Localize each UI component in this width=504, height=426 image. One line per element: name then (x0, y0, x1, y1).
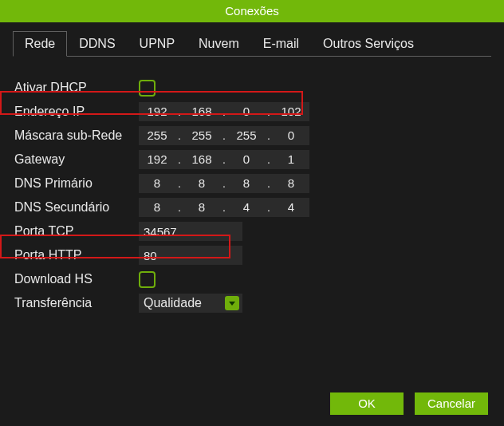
tab-outros[interactable]: Outros Serviços (311, 31, 426, 57)
row-dhcp: Ativar DHCP (13, 76, 491, 100)
tab-nuvem[interactable]: Nuvem (187, 31, 251, 57)
content-area: Rede DDNS UPNP Nuvem E-mail Outros Servi… (0, 22, 504, 315)
tab-label: Outros Serviços (323, 37, 414, 50)
label-ip: Endereço IP (13, 105, 139, 119)
dot: . (175, 129, 183, 142)
ok-button[interactable]: OK (330, 392, 404, 415)
ip-oct2[interactable]: 168 (183, 102, 220, 121)
dot: . (175, 105, 183, 118)
tab-label: UPNP (140, 37, 175, 50)
tab-label: DDNS (79, 37, 115, 50)
row-dlhs: Download HS (13, 267, 491, 291)
mask-oct1[interactable]: 255 (139, 126, 175, 145)
http-port-input[interactable]: 80 (139, 246, 242, 265)
dot: . (220, 177, 228, 190)
gw-oct1[interactable]: 192 (139, 150, 175, 169)
label-tcp: Porta TCP (13, 224, 139, 239)
dns2-oct2[interactable]: 8 (183, 198, 220, 217)
row-tcp: Porta TCP 34567 (13, 219, 491, 243)
tab-ddns[interactable]: DDNS (67, 31, 127, 57)
row-ip: Endereço IP 192. 168. 0. 102 (13, 100, 491, 124)
gw-oct3[interactable]: 0 (228, 150, 265, 169)
cancel-label: Cancelar (427, 396, 475, 410)
dns1-oct3[interactable]: 8 (228, 174, 265, 193)
chevron-down-icon (229, 302, 235, 306)
tab-label: Nuvem (199, 37, 239, 50)
label-mask: Máscara sub-Rede (13, 128, 139, 143)
label-http: Porta HTTP (13, 248, 139, 262)
dropdown-button (225, 296, 239, 310)
mask-oct2[interactable]: 255 (183, 126, 220, 145)
ip-oct3[interactable]: 0 (228, 102, 265, 121)
dot: . (220, 129, 228, 142)
ip-input-group: 192. 168. 0. 102 (139, 102, 309, 121)
cancel-button[interactable]: Cancelar (415, 392, 488, 415)
dns2-oct3[interactable]: 4 (228, 198, 265, 217)
dot: . (265, 201, 273, 214)
tab-label: Rede (25, 37, 55, 50)
dot: . (265, 153, 273, 166)
dns1-input-group: 8. 8. 8. 8 (139, 174, 309, 193)
dns1-oct1[interactable]: 8 (139, 174, 175, 193)
label-dhcp: Ativar DHCP (13, 81, 139, 95)
dot: . (265, 129, 273, 142)
tab-email[interactable]: E-mail (251, 31, 311, 57)
form: Ativar DHCP Endereço IP 192. 168. 0. 102… (13, 76, 491, 315)
dns1-oct4[interactable]: 8 (273, 174, 309, 193)
ip-oct1[interactable]: 192 (139, 102, 175, 121)
dot: . (220, 201, 228, 214)
dns1-oct2[interactable]: 8 (183, 174, 220, 193)
gw-input-group: 192. 168. 0. 1 (139, 150, 309, 169)
tab-label: E-mail (263, 37, 299, 50)
transfer-select[interactable]: Qualidade (139, 294, 242, 313)
checkbox-dhcp[interactable] (139, 80, 156, 97)
ok-label: OK (358, 396, 376, 410)
ip-oct4[interactable]: 102 (273, 102, 309, 121)
transfer-value: Qualidade (144, 296, 202, 310)
dot: . (175, 153, 183, 166)
row-dns1: DNS Primário 8. 8. 8. 8 (13, 172, 491, 195)
row-http: Porta HTTP 80 (13, 243, 491, 267)
checkbox-dlhs[interactable] (139, 271, 156, 288)
label-transfer: Transferência (13, 296, 139, 310)
mask-oct3[interactable]: 255 (228, 126, 265, 145)
dns2-oct4[interactable]: 4 (273, 198, 309, 217)
dot: . (175, 177, 183, 190)
label-dns2: DNS Secundário (13, 200, 139, 215)
dot: . (265, 177, 273, 190)
tcp-port-input[interactable]: 34567 (139, 222, 242, 241)
label-gw: Gateway (13, 152, 139, 167)
dot: . (265, 105, 273, 118)
dot: . (220, 105, 228, 118)
row-transfer: Transferência Qualidade (13, 291, 491, 315)
dot: . (220, 153, 228, 166)
mask-input-group: 255. 255. 255. 0 (139, 126, 309, 145)
label-dns1: DNS Primário (13, 176, 139, 191)
tab-bar: Rede DDNS UPNP Nuvem E-mail Outros Servi… (13, 30, 491, 57)
title-bar: Conexões (0, 0, 504, 22)
dns2-input-group: 8. 8. 4. 4 (139, 198, 309, 217)
label-dlhs: Download HS (13, 272, 139, 286)
tab-upnp[interactable]: UPNP (128, 31, 187, 57)
row-mask: Máscara sub-Rede 255. 255. 255. 0 (13, 124, 491, 148)
dot: . (175, 201, 183, 214)
dns2-oct1[interactable]: 8 (139, 198, 175, 217)
gw-oct4[interactable]: 1 (273, 150, 309, 169)
gw-oct2[interactable]: 168 (183, 150, 220, 169)
window-title: Conexões (225, 4, 279, 18)
mask-oct4[interactable]: 0 (273, 126, 309, 145)
tab-rede[interactable]: Rede (13, 31, 67, 57)
row-dns2: DNS Secundário 8. 8. 4. 4 (13, 195, 491, 219)
footer: OK Cancelar (330, 392, 488, 415)
row-gw: Gateway 192. 168. 0. 1 (13, 148, 491, 172)
